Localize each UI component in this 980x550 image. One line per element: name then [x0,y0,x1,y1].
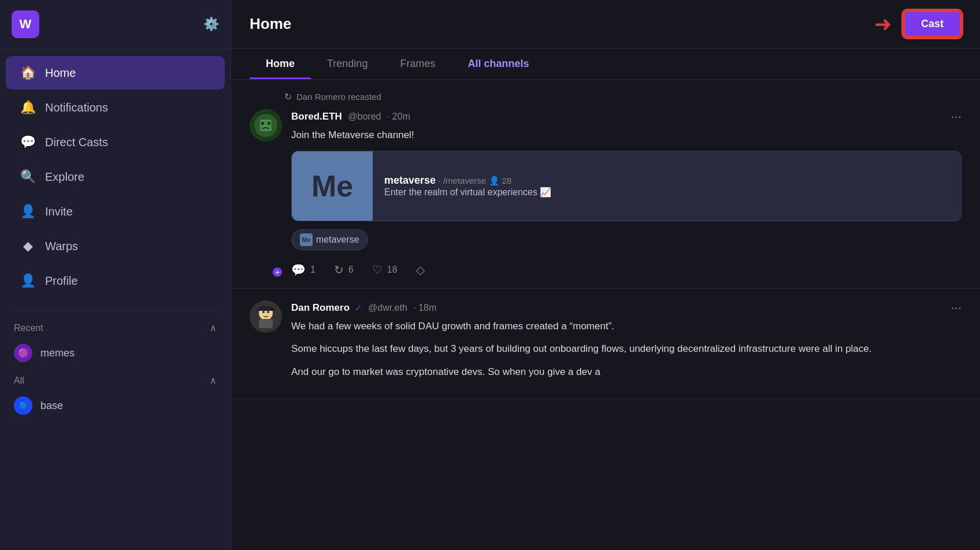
recent-label: Recent [14,323,43,333]
warps-icon: ◆ [20,239,36,254]
all-label: All [14,376,24,386]
sidebar-item-explore-label: Explore [45,170,84,184]
channel-tag-label: metaverse [316,235,359,245]
direct-casts-icon: 💬 [20,135,36,150]
post-more-icon-2[interactable]: ··· [951,300,962,315]
tab-all-channels[interactable]: All channels [451,49,545,79]
home-icon: 🏠 [20,65,36,80]
recent-section-header: Recent ∧ [0,317,231,337]
tab-frames[interactable]: Frames [384,49,451,79]
recast-action[interactable]: ↻ 6 [334,263,354,277]
channel-name: metaverse [384,174,436,186]
sidebar-logo[interactable]: W [12,10,39,38]
like-icon: ♡ [372,263,383,277]
bored-eth-avatar[interactable] [250,109,282,142]
svg-rect-2 [260,120,272,131]
main-content: Home ➜ Cast Home Trending Frames All cha… [231,0,980,550]
post-separator-2: · [413,303,415,313]
sidebar-item-invite[interactable]: 👤 Invite [6,195,225,228]
sidebar-item-direct-casts-label: Direct Casts [45,136,108,149]
post-text-2a: We had a few weeks of solid DAU growth a… [291,319,962,334]
post-1: ↻ Dan Romero recasted [231,80,980,289]
channel-members: 👤 28 [489,176,512,185]
dan-romero-avatar[interactable] [250,300,282,333]
recent-item-base-label: base [40,400,63,412]
sidebar-item-profile-label: Profile [45,274,78,288]
channel-path: · /metaverse [439,176,487,185]
tip-icon: ◇ [416,263,425,277]
avatar-wrap: + [250,109,282,277]
sidebar-item-invite-label: Invite [45,205,73,218]
tab-trending[interactable]: Trending [311,49,384,79]
post-text-1: Join the Metaverse channel! [291,128,962,143]
post-author-info: Bored.ETH @bored · 20m [291,111,410,122]
channel-card[interactable]: Me metaverse · /metaverse 👤 28 Enter the… [291,151,962,221]
tab-home[interactable]: Home [250,49,311,79]
svg-rect-7 [259,319,273,328]
like-count: 18 [387,265,398,275]
post-handle: @bored [348,112,381,121]
post-author-name-2: Dan Romero [291,302,350,313]
post-content-1: Bored.ETH @bored · 20m ··· Join the Meta… [291,109,962,277]
post-author-info-2: Dan Romero ✓ @dwr.eth · 18m [291,302,436,314]
follow-plus-icon[interactable]: + [272,266,283,278]
explore-icon: 🔍 [20,169,36,184]
cast-button[interactable]: Cast [903,10,962,38]
feed: ↻ Dan Romero recasted [231,80,980,550]
sidebar-item-notifications-label: Notifications [45,101,108,114]
verified-icon: ✓ [355,303,362,313]
post-row-2: Dan Romero ✓ @dwr.eth · 18m ··· We had a… [250,300,962,388]
settings-icon[interactable]: ⚙️ [203,17,219,32]
recast-icon: ↻ [334,263,344,277]
sidebar-item-warps[interactable]: ◆ Warps [6,229,225,263]
post-more-icon[interactable]: ··· [951,109,962,124]
recast-count: 6 [348,265,354,275]
channel-thumbnail: Me [292,151,373,221]
sidebar-item-explore[interactable]: 🔍 Explore [6,160,225,194]
sidebar-item-notifications[interactable]: 🔔 Notifications [6,91,225,124]
recent-item-memes-label: memes [40,347,75,359]
channel-tag[interactable]: Me metaverse [291,229,368,250]
post-separator: · [387,112,389,121]
recent-collapse-icon[interactable]: ∧ [210,322,217,333]
sidebar-item-direct-casts[interactable]: 💬 Direct Casts [6,125,225,159]
post-2: Dan Romero ✓ @dwr.eth · 18m ··· We had a… [231,289,980,400]
all-collapse-icon[interactable]: ∧ [210,375,217,386]
post-row: + Bored.ETH @bored · 20m ··· Join the Me… [250,109,962,277]
profile-icon: 👤 [20,273,36,288]
channel-tag-icon: Me [300,233,313,246]
arrow-right-icon: ➜ [874,12,892,36]
post-time-2: 18m [418,303,436,313]
channel-name-row: metaverse · /metaverse 👤 28 [384,174,551,187]
sidebar-item-warps-label: Warps [45,240,78,253]
recast-indicator-icon: ↻ [284,91,292,102]
sidebar: W ⚙️ 🏠 Home 🔔 Notifications 💬 Direct Cas… [0,0,231,550]
memes-avatar: 🟣 [14,344,32,362]
svg-rect-11 [257,309,275,311]
post-time: 20m [392,112,410,121]
recent-item-base[interactable]: 🔵 base [0,389,231,422]
post-actions-1: 💬 1 ↻ 6 ♡ 18 ◇ [291,263,962,277]
svg-rect-3 [261,122,264,125]
recent-item-memes[interactable]: 🟣 memes [0,337,231,369]
svg-point-8 [262,311,265,313]
svg-rect-4 [268,122,270,125]
reply-icon: 💬 [291,263,306,277]
post-handle-2: @dwr.eth [368,303,407,313]
post-content-2: Dan Romero ✓ @dwr.eth · 18m ··· We had a… [291,300,962,388]
sidebar-item-home[interactable]: 🏠 Home [6,56,225,90]
recast-bar: ↻ Dan Romero recasted [284,91,962,102]
reply-action[interactable]: 💬 1 [291,263,315,277]
sidebar-item-profile[interactable]: 👤 Profile [6,264,225,298]
sidebar-item-home-label: Home [45,66,76,80]
tip-action[interactable]: ◇ [416,263,425,277]
page-title: Home [250,15,291,33]
reply-count: 1 [310,265,315,275]
feed-tabs: Home Trending Frames All channels [231,49,980,80]
invite-icon: 👤 [20,204,36,219]
post-meta-1: Bored.ETH @bored · 20m ··· [291,109,962,124]
like-action[interactable]: ♡ 18 [372,263,398,277]
sidebar-nav: 🏠 Home 🔔 Notifications 💬 Direct Casts 🔍 … [0,49,231,304]
svg-point-9 [267,311,269,313]
base-avatar: 🔵 [14,396,32,415]
